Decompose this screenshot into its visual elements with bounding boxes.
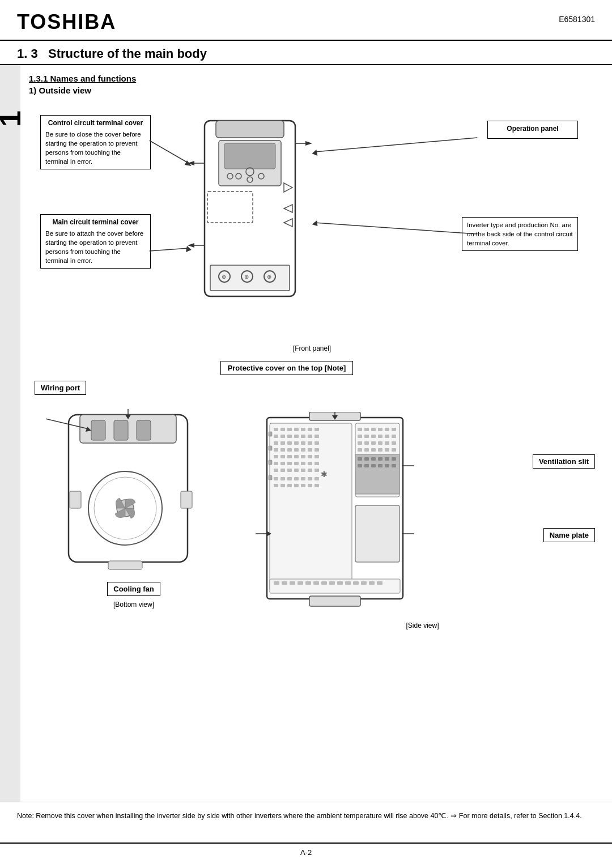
svg-rect-147 (358, 457, 362, 461)
svg-rect-84 (280, 455, 285, 458)
svg-rect-131 (378, 435, 382, 438)
svg-rect-73 (308, 441, 312, 445)
svg-rect-107 (280, 477, 285, 480)
svg-rect-152 (392, 457, 396, 461)
svg-rect-55 (287, 428, 292, 431)
svg-rect-139 (392, 441, 396, 445)
svg-rect-148 (364, 457, 369, 461)
svg-rect-144 (385, 448, 389, 452)
page: TOSHIBA E6581301 1. 3 Structure of the m… (0, 0, 612, 868)
bottom-views-area: Wiring port (29, 381, 595, 629)
svg-rect-130 (371, 435, 376, 438)
cooling-fan-box: Cooling fan (107, 582, 160, 596)
main-content: 1.3.1 Names and functions 1) Outside vie… (20, 65, 612, 802)
svg-rect-155 (371, 464, 376, 467)
svg-rect-91 (280, 462, 285, 465)
svg-rect-58 (308, 428, 312, 431)
svg-marker-12 (284, 219, 292, 227)
wiring-port-box: Wiring port (35, 381, 86, 395)
svg-rect-162 (282, 581, 287, 585)
section-title: 1. 3 Structure of the main body (17, 46, 207, 61)
svg-rect-77 (287, 448, 292, 452)
svg-rect-159 (355, 505, 400, 562)
svg-rect-169 (337, 581, 343, 585)
note-text: Note: Remove this cover when installing … (17, 812, 582, 820)
svg-rect-154 (364, 464, 369, 467)
svg-rect-118 (301, 484, 305, 487)
svg-rect-97 (269, 460, 272, 465)
svg-rect-114 (274, 484, 278, 487)
side-view-caption: [Side view] (250, 622, 595, 629)
ventilation-slit-box: Ventilation slit (533, 454, 595, 469)
svg-marker-31 (312, 150, 318, 156)
svg-rect-125 (378, 428, 382, 431)
svg-rect-128 (358, 435, 362, 438)
svg-rect-136 (371, 441, 376, 445)
callout-inverter-info-text: Inverter type and production No. are on … (467, 220, 573, 248)
svg-rect-60 (274, 435, 278, 438)
svg-rect-143 (378, 448, 382, 452)
svg-rect-71 (294, 441, 299, 445)
svg-rect-171 (353, 581, 359, 585)
svg-rect-79 (301, 448, 305, 452)
svg-text:⊕: ⊕ (244, 274, 249, 280)
svg-rect-106 (274, 477, 278, 480)
front-panel-svg: ⊕ ⊕ ⊕ (188, 115, 312, 308)
chapter-number: 1 (0, 110, 27, 127)
svg-rect-38 (137, 420, 151, 440)
name-plate-box: Name plate (543, 528, 595, 542)
svg-text:✱: ✱ (321, 470, 328, 479)
svg-rect-46 (108, 561, 142, 569)
cooling-fan-label-area: Cooling fan (29, 582, 239, 596)
svg-rect-66 (314, 435, 319, 438)
svg-rect-45 (181, 491, 192, 508)
svg-rect-145 (392, 448, 396, 452)
svg-rect-134 (358, 441, 362, 445)
subsection-title: 1.3.1 Names and functions (29, 74, 595, 83)
svg-rect-153 (358, 464, 362, 467)
svg-marker-9 (284, 183, 292, 192)
callout-control-circuit: Control circuit terminal cover Be sure t… (40, 115, 151, 169)
callout-control-circuit-title: Control circuit terminal cover (45, 118, 146, 128)
bottom-view-container: Wiring port (29, 381, 239, 629)
svg-rect-94 (301, 462, 305, 465)
svg-rect-68 (274, 441, 278, 445)
svg-rect-1 (216, 121, 284, 138)
svg-rect-168 (329, 581, 335, 585)
svg-line-32 (314, 223, 477, 234)
svg-marker-23 (188, 243, 194, 248)
svg-rect-96 (314, 462, 319, 465)
svg-rect-89 (314, 455, 319, 458)
svg-marker-25 (305, 141, 312, 146)
note-section: Note: Remove this cover when installing … (0, 802, 612, 830)
svg-rect-37 (114, 420, 128, 440)
bottom-views-section: Protective cover on the top [Note] Wirin… (29, 361, 595, 629)
svg-rect-63 (294, 435, 299, 438)
svg-line-26 (150, 141, 189, 163)
svg-rect-137 (378, 441, 382, 445)
svg-rect-164 (298, 581, 303, 585)
svg-rect-87 (301, 455, 305, 458)
svg-line-28 (150, 248, 189, 251)
svg-text:⊕: ⊕ (222, 274, 226, 280)
svg-rect-156 (378, 464, 382, 467)
svg-rect-75 (274, 448, 278, 452)
callout-main-circuit-text: Be sure to attach the cover before start… (45, 229, 146, 265)
side-view-svg: ✱ (250, 412, 454, 616)
svg-rect-101 (294, 469, 299, 472)
bottom-view-caption: [Bottom view] (29, 601, 239, 609)
svg-rect-135 (364, 441, 369, 445)
svg-rect-142 (371, 448, 376, 452)
svg-rect-150 (378, 457, 382, 461)
svg-rect-141 (364, 448, 369, 452)
svg-rect-110 (301, 477, 305, 480)
svg-rect-166 (313, 581, 319, 585)
wiring-port-label-area: Wiring port (35, 381, 86, 395)
svg-rect-98 (274, 469, 278, 472)
svg-rect-3 (224, 143, 275, 169)
svg-rect-51 (309, 596, 360, 606)
svg-rect-158 (392, 464, 396, 467)
svg-rect-173 (369, 581, 375, 585)
svg-rect-67 (269, 432, 272, 436)
callout-inverter-info: Inverter type and production No. are on … (462, 217, 578, 251)
